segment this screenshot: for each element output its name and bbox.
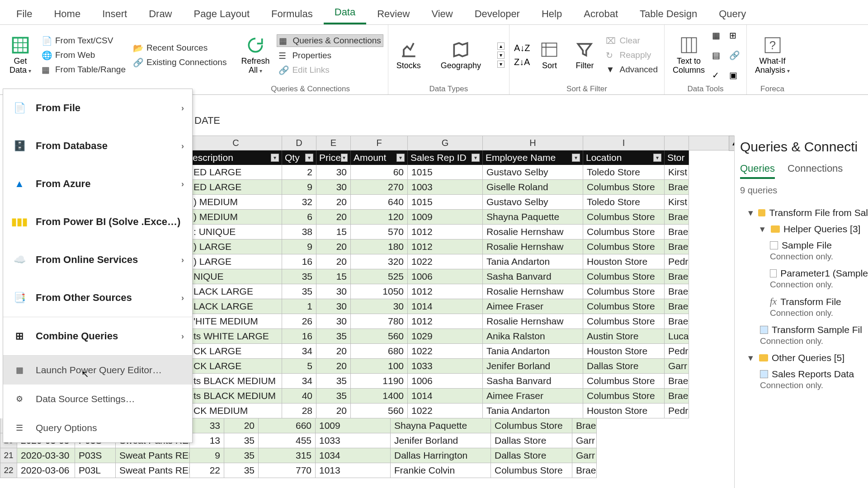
refresh-all-button[interactable]: Refresh All bbox=[237, 28, 273, 83]
consolidate-icon[interactable]: ⊞ bbox=[729, 30, 742, 41]
cell[interactable]: Sweat Pants RED LARGE bbox=[116, 463, 190, 478]
cell[interactable]: Tania Andarton bbox=[483, 254, 583, 269]
menu-from-powerbi[interactable]: ▮▮▮From Power BI (Solve .Exce…) bbox=[3, 203, 192, 241]
cell[interactable]: 1022 bbox=[408, 404, 483, 418]
cell[interactable]: Brae bbox=[665, 284, 689, 299]
cell[interactable]: Toledo Store bbox=[583, 165, 665, 180]
cell[interactable]: ) MEDIUM bbox=[190, 210, 282, 225]
menu-launch-pq-editor[interactable]: ▦Launch Power Query Editor… bbox=[3, 356, 192, 385]
filter-dropdown-icon[interactable]: ▾ bbox=[572, 154, 580, 162]
th-description[interactable]: escription▾ bbox=[190, 150, 282, 165]
tab-home[interactable]: Home bbox=[43, 3, 91, 24]
cell[interactable]: Austin Store bbox=[583, 329, 665, 344]
cell[interactable]: Houston Store bbox=[583, 254, 665, 269]
menu-from-file[interactable]: 📄From File› bbox=[3, 89, 192, 127]
cell[interactable]: Gustavo Selby bbox=[483, 195, 583, 210]
cell[interactable]: 38 bbox=[282, 225, 316, 239]
cell[interactable]: 570 bbox=[351, 225, 408, 239]
th-qty[interactable]: Qty▾ bbox=[282, 150, 316, 165]
cell[interactable]: Columbus Store bbox=[491, 463, 572, 478]
cell[interactable]: CK MEDIUM bbox=[190, 404, 282, 418]
data-model-icon[interactable]: ▣ bbox=[729, 70, 742, 80]
cell[interactable]: Brae bbox=[665, 180, 689, 195]
cell[interactable]: Pedr bbox=[665, 344, 689, 359]
cell[interactable]: LACK LARGE bbox=[190, 299, 282, 314]
cell[interactable]: Columbus Store bbox=[583, 314, 665, 329]
menu-data-source-settings[interactable]: ⚙Data Source Settings… bbox=[3, 385, 192, 413]
cell[interactable]: 35 bbox=[224, 448, 259, 463]
cell[interactable]: Dallas Store bbox=[491, 448, 572, 463]
cell[interactable]: 1012 bbox=[408, 284, 483, 299]
cell[interactable]: Brae bbox=[572, 463, 597, 478]
cell[interactable]: 455 bbox=[259, 433, 316, 448]
tree-transform-file[interactable]: fxTransform File bbox=[740, 293, 868, 310]
cell[interactable]: ED LARGE bbox=[190, 165, 282, 180]
cell[interactable]: Sweat Pants RED SMALL bbox=[116, 448, 190, 463]
cell[interactable]: Brae bbox=[665, 210, 689, 225]
filter-dropdown-icon[interactable]: ▾ bbox=[396, 154, 405, 162]
formula-bar-value[interactable]: DATE bbox=[194, 115, 220, 127]
queries-connections-button[interactable]: ▦Queries & Connections bbox=[277, 34, 383, 47]
cell[interactable]: 1003 bbox=[408, 180, 483, 195]
tab-acrobat[interactable]: Acrobat bbox=[573, 3, 629, 24]
cell[interactable]: Pedr bbox=[665, 404, 689, 418]
table-row[interactable]: ) MEDIUM32206401015Gustavo SelbyToledo S… bbox=[190, 195, 741, 210]
filter-dropdown-icon[interactable]: ▾ bbox=[305, 154, 313, 162]
cell[interactable]: Gustavo Selby bbox=[483, 165, 583, 180]
cell[interactable]: Rosalie Hernshaw bbox=[483, 314, 583, 329]
cell[interactable]: 35 bbox=[282, 284, 316, 299]
row-number[interactable]: 22 bbox=[0, 463, 17, 478]
table-row[interactable]: ED LARGE230601015Gustavo SelbyToledo Sto… bbox=[190, 165, 741, 180]
table-row[interactable]: ts BLACK MEDIUM343511901006Sasha Banvard… bbox=[190, 374, 741, 389]
cell[interactable]: 30 bbox=[316, 314, 351, 329]
table-row[interactable]: 'HITE MEDIUM26307801012Rosalie HernshawC… bbox=[190, 314, 741, 329]
menu-from-database[interactable]: 🗄️From Database› bbox=[3, 127, 192, 165]
cell[interactable]: 20 bbox=[316, 239, 351, 254]
tab-insert[interactable]: Insert bbox=[91, 3, 138, 24]
text-to-columns-button[interactable]: Text to Columns bbox=[669, 28, 708, 83]
cell[interactable]: 780 bbox=[351, 314, 408, 329]
pane-tab-connections[interactable]: Connections bbox=[788, 163, 843, 179]
cell[interactable]: Rosalie Hernshaw bbox=[483, 239, 583, 254]
table-row[interactable]: ED LARGE9302701003Giselle RolandColumbus… bbox=[190, 180, 741, 195]
filter-dropdown-icon[interactable]: ▾ bbox=[341, 154, 348, 162]
cell[interactable]: Luca bbox=[665, 329, 689, 344]
cell[interactable]: 32 bbox=[282, 195, 316, 210]
cell[interactable]: 560 bbox=[351, 329, 408, 344]
cell[interactable]: 28 bbox=[282, 404, 316, 418]
filter-dropdown-icon[interactable]: ▾ bbox=[653, 154, 661, 162]
tab-data[interactable]: Data bbox=[324, 1, 366, 24]
cell[interactable]: 1006 bbox=[408, 269, 483, 284]
cell[interactable]: Houston Store bbox=[583, 344, 665, 359]
cell[interactable]: 15 bbox=[316, 225, 351, 239]
cell[interactable]: 35 bbox=[282, 269, 316, 284]
pane-tab-queries[interactable]: Queries bbox=[740, 163, 775, 179]
cell[interactable]: 1 bbox=[282, 299, 316, 314]
cell[interactable]: CK LARGE bbox=[190, 344, 282, 359]
from-textcsv-button[interactable]: 📄From Text/CSV bbox=[40, 35, 127, 47]
cell[interactable]: 9 bbox=[282, 239, 316, 254]
cell[interactable]: 560 bbox=[351, 404, 408, 418]
row-number[interactable]: 21 bbox=[0, 448, 17, 463]
colhead-f[interactable]: F bbox=[351, 136, 408, 150]
cell[interactable]: Dallas Store bbox=[491, 433, 572, 448]
colhead-i[interactable]: I bbox=[583, 136, 665, 150]
th-price[interactable]: Price▾ bbox=[316, 150, 351, 165]
table-row[interactable]: ) LARGE16203201022Tania AndartonHouston … bbox=[190, 254, 741, 269]
tab-formulas[interactable]: Formulas bbox=[260, 3, 324, 24]
cell[interactable]: ts BLACK MEDIUM bbox=[190, 374, 282, 389]
th-employee[interactable]: Employee Name▾ bbox=[483, 150, 583, 165]
cell[interactable]: 270 bbox=[351, 180, 408, 195]
cell[interactable]: 26 bbox=[282, 314, 316, 329]
cell[interactable]: Shayna Paquette bbox=[483, 210, 583, 225]
cell[interactable]: Garr bbox=[572, 433, 597, 448]
tab-review[interactable]: Review bbox=[366, 3, 420, 24]
whatif-button[interactable]: ? What-If Analysis bbox=[751, 28, 793, 83]
cell[interactable]: 6 bbox=[282, 210, 316, 225]
cell[interactable]: 20 bbox=[224, 418, 259, 433]
colhead-g[interactable]: G bbox=[408, 136, 483, 150]
cell[interactable]: Toledo Store bbox=[583, 195, 665, 210]
advanced-button[interactable]: ▼Advanced bbox=[604, 64, 660, 75]
filter-button[interactable]: Filter bbox=[569, 28, 600, 83]
tab-query[interactable]: Query bbox=[708, 3, 757, 24]
